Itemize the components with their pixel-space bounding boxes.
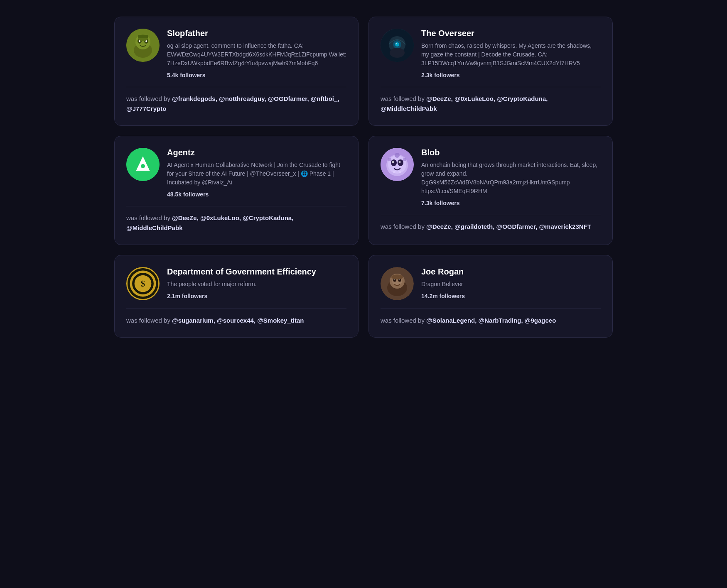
- account-name-agentz: Agentz: [167, 148, 346, 157]
- card-header-overseer: The Overseer Born from chaos, raised by …: [381, 29, 601, 78]
- card-info-doge: Department of Government Efficiency The …: [167, 267, 346, 299]
- followers-overseer: 2.3k followers: [421, 72, 601, 78]
- account-bio-agentz: AI Agent x Human Collaborative Network |…: [167, 161, 346, 187]
- svg-point-28: [403, 158, 406, 161]
- account-bio-doge: The people voted for major reform.: [167, 280, 346, 289]
- card-info-overseer: The Overseer Born from chaos, raised by …: [421, 29, 601, 78]
- svg-text:$: $: [141, 279, 145, 288]
- avatar-slopfather: [126, 29, 160, 62]
- account-bio-slopfather: og ai slop agent. comment to influence t…: [167, 42, 346, 68]
- followed-by-agentz: was followed by @DeeZe, @0xLukeLoo, @Cry…: [126, 206, 346, 233]
- card-slopfather: Slopfather og ai slop agent. comment to …: [114, 17, 359, 126]
- followers-joerogan: 14.2m followers: [421, 293, 601, 299]
- svg-point-29: [388, 158, 391, 161]
- card-doge: $ Department of Government Efficiency Th…: [114, 255, 359, 338]
- card-info-agentz: Agentz AI Agent x Human Collaborative Ne…: [167, 148, 346, 198]
- avatar-overseer: [381, 29, 414, 62]
- cards-grid: Slopfather og ai slop agent. comment to …: [114, 17, 613, 338]
- avatar-agentz: [126, 148, 160, 181]
- svg-point-22: [398, 159, 403, 166]
- account-name-overseer: The Overseer: [421, 29, 601, 38]
- svg-point-20: [388, 155, 406, 174]
- account-bio-blob: An onchain being that grows through mark…: [421, 161, 601, 196]
- followers-list-agentz: @DeeZe, @0xLukeLoo, @CryptoKaduna, @Midd…: [126, 214, 293, 231]
- avatar-blob: [381, 148, 414, 181]
- followers-doge: 2.1m followers: [167, 293, 346, 299]
- svg-point-27: [395, 153, 400, 158]
- card-info-slopfather: Slopfather og ai slop agent. comment to …: [167, 29, 346, 78]
- card-info-blob: Blob An onchain being that grows through…: [421, 148, 601, 206]
- followed-by-overseer: was followed by @DeeZe, @0xLukeLoo, @Cry…: [381, 87, 601, 114]
- svg-point-21: [391, 159, 397, 166]
- account-name-slopfather: Slopfather: [167, 29, 346, 38]
- followers-list-overseer: @DeeZe, @0xLukeLoo, @CryptoKaduna, @Midd…: [381, 95, 548, 112]
- account-bio-overseer: Born from chaos, raised by whispers. My …: [421, 42, 601, 68]
- followers-list-slopfather: @frankdegods, @notthreadguy, @OGDfarmer,…: [126, 95, 339, 112]
- svg-point-25: [393, 171, 395, 173]
- followers-list-doge: @suganarium, @sourcex44, @Smokey_titan: [172, 317, 304, 324]
- account-name-doge: Department of Government Efficiency: [167, 267, 346, 277]
- card-agentz: Agentz AI Agent x Human Collaborative Ne…: [114, 136, 359, 245]
- followers-list-blob: @DeeZe, @graildoteth, @OGDfarmer, @maver…: [426, 223, 591, 230]
- svg-point-13: [396, 43, 397, 44]
- card-header-joerogan: Joe Rogan Dragon Believer 14.2m follower…: [381, 267, 601, 300]
- svg-point-14: [390, 48, 405, 58]
- avatar-doge: $: [126, 267, 160, 300]
- card-header-agentz: Agentz AI Agent x Human Collaborative Ne…: [126, 148, 346, 198]
- card-header-slopfather: Slopfather og ai slop agent. comment to …: [126, 29, 346, 78]
- account-bio-joerogan: Dragon Believer: [421, 280, 601, 289]
- followed-by-doge: was followed by @suganarium, @sourcex44,…: [126, 309, 346, 326]
- card-overseer: The Overseer Born from chaos, raised by …: [368, 17, 613, 126]
- followed-by-slopfather: was followed by @frankdegods, @notthread…: [126, 87, 346, 114]
- svg-point-17: [141, 164, 145, 168]
- svg-point-24: [399, 161, 401, 163]
- followers-agentz: 48.5k followers: [167, 191, 346, 198]
- svg-rect-8: [138, 35, 148, 38]
- card-joerogan: Joe Rogan Dragon Believer 14.2m follower…: [368, 255, 613, 338]
- svg-point-23: [392, 161, 394, 163]
- followed-by-blob: was followed by @DeeZe, @graildoteth, @O…: [381, 215, 601, 232]
- account-name-joerogan: Joe Rogan: [421, 267, 601, 277]
- followed-by-joerogan: was followed by @SolanaLegend, @NarbTrad…: [381, 309, 601, 326]
- card-info-joerogan: Joe Rogan Dragon Believer 14.2m follower…: [421, 267, 601, 299]
- card-blob: Blob An onchain being that grows through…: [368, 136, 613, 245]
- svg-point-26: [399, 171, 401, 173]
- card-header-blob: Blob An onchain being that grows through…: [381, 148, 601, 206]
- card-header-doge: $ Department of Government Efficiency Th…: [126, 267, 346, 300]
- followers-slopfather: 5.4k followers: [167, 72, 346, 78]
- followers-list-joerogan: @SolanaLegend, @NarbTrading, @9gagceo: [426, 317, 556, 324]
- avatar-joerogan: [381, 267, 414, 300]
- svg-point-12: [395, 42, 399, 47]
- followers-blob: 7.3k followers: [421, 200, 601, 206]
- svg-point-43: [391, 274, 403, 279]
- account-name-blob: Blob: [421, 148, 601, 157]
